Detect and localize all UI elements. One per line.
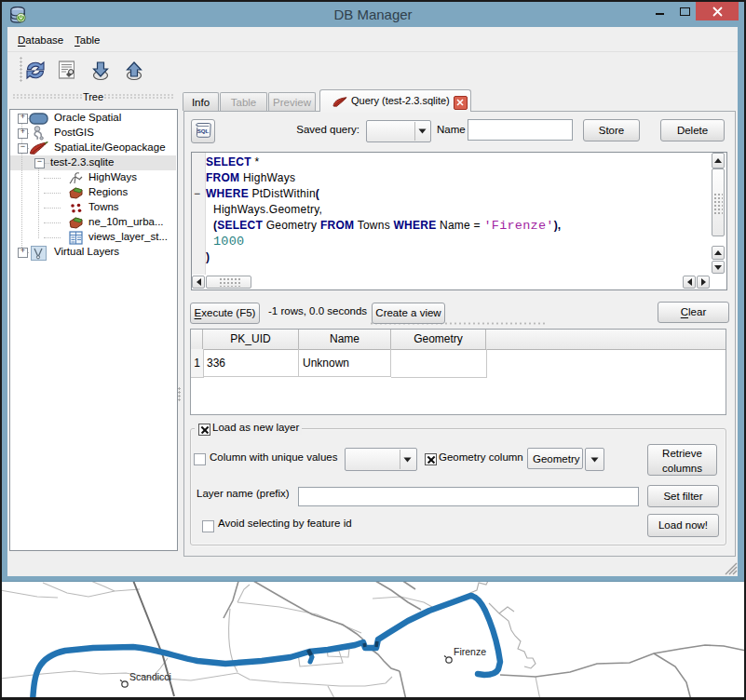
svg-text:Scandicci: Scandicci [129, 671, 171, 682]
svg-text:Firenze: Firenze [454, 646, 486, 657]
svg-text:SQL: SQL [197, 128, 209, 134]
